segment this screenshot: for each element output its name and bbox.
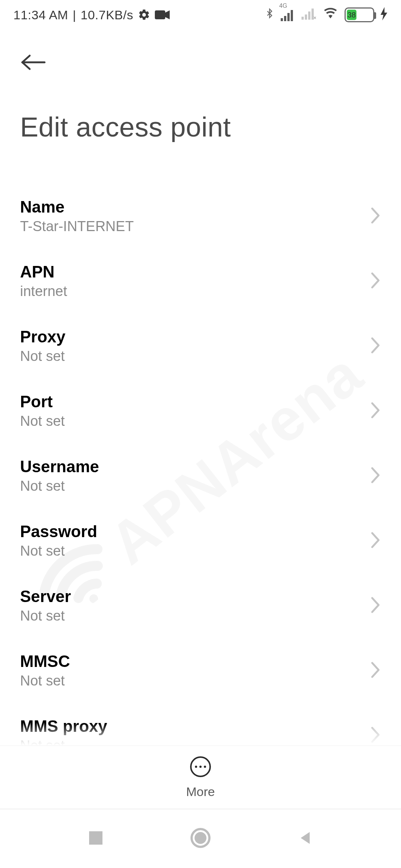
setting-row-password[interactable]: Password Not set — [0, 508, 401, 573]
setting-label: MMSC — [20, 652, 362, 671]
status-bar: 11:34 AM | 10.7KB/s 4G × 38 — [0, 0, 401, 30]
setting-label: Server — [20, 587, 362, 606]
signal-4g-icon: 4G — [281, 9, 296, 21]
battery-cap — [374, 12, 376, 19]
status-time: 11:34 AM — [13, 8, 68, 22]
svg-point-18 — [195, 832, 206, 844]
chevron-right-icon — [370, 661, 381, 680]
page-title: Edit access point — [20, 111, 381, 143]
svg-rect-6 — [305, 14, 307, 20]
more-button[interactable]: More — [186, 756, 215, 799]
svg-text:×: × — [313, 15, 316, 20]
nav-back-button[interactable] — [297, 830, 313, 848]
gear-icon — [138, 9, 150, 21]
svg-point-14 — [199, 766, 202, 768]
wifi-icon — [322, 7, 339, 23]
setting-label: Name — [20, 198, 362, 216]
setting-row-server[interactable]: Server Not set — [0, 573, 401, 638]
battery-icon: 38 — [345, 7, 374, 22]
setting-row-mmsc[interactable]: MMSC Not set — [0, 638, 401, 703]
nav-home-button[interactable] — [190, 828, 211, 850]
setting-value: Not set — [20, 413, 362, 429]
chevron-right-icon — [370, 531, 381, 550]
setting-value: Not set — [20, 348, 362, 364]
bluetooth-icon — [264, 6, 275, 24]
status-right: 4G × 38 — [264, 6, 388, 24]
svg-point-13 — [195, 766, 197, 768]
setting-value: Not set — [20, 478, 362, 494]
setting-label: Proxy — [20, 328, 362, 346]
back-button[interactable] — [20, 48, 50, 78]
chevron-right-icon — [370, 207, 381, 226]
setting-label: APN — [20, 263, 362, 281]
setting-label: MMS proxy — [20, 717, 362, 736]
chevron-right-icon — [370, 726, 381, 745]
setting-row-proxy[interactable]: Proxy Not set — [0, 313, 401, 378]
camera-icon — [155, 10, 170, 20]
setting-row-name[interactable]: Name T-Star-INTERNET — [0, 184, 401, 249]
setting-value: T-Star-INTERNET — [20, 218, 362, 234]
svg-rect-1 — [281, 18, 283, 21]
arrow-left-icon — [20, 53, 47, 73]
signal-nosim-icon: × — [301, 7, 316, 23]
setting-value: Not set — [20, 543, 362, 559]
status-left: 11:34 AM | 10.7KB/s — [13, 8, 170, 22]
settings-list: Name T-Star-INTERNET APN internet Proxy … — [0, 184, 401, 768]
svg-rect-4 — [291, 10, 293, 21]
chevron-right-icon — [370, 596, 381, 615]
network-label: 4G — [279, 3, 287, 9]
action-bar: More — [0, 746, 401, 809]
nav-bar — [0, 809, 401, 868]
setting-row-port[interactable]: Port Not set — [0, 378, 401, 443]
charging-bolt-icon — [380, 7, 388, 23]
setting-value: Not set — [20, 608, 362, 624]
svg-rect-16 — [89, 831, 102, 845]
header: Edit access point — [0, 30, 401, 143]
setting-row-username[interactable]: Username Not set — [0, 443, 401, 508]
svg-rect-5 — [301, 17, 304, 20]
svg-rect-2 — [284, 16, 286, 21]
setting-value: Not set — [20, 673, 362, 689]
setting-label: Port — [20, 392, 362, 411]
battery-level: 38 — [347, 10, 356, 20]
chevron-right-icon — [370, 401, 381, 421]
svg-rect-3 — [287, 13, 290, 21]
status-speed: 10.7KB/s — [81, 8, 133, 22]
chevron-right-icon — [370, 272, 381, 291]
setting-label: Password — [20, 522, 362, 541]
nav-recents-button[interactable] — [88, 830, 104, 848]
svg-rect-0 — [155, 10, 165, 19]
setting-label: Username — [20, 457, 362, 476]
setting-value: internet — [20, 283, 362, 299]
setting-row-apn[interactable]: APN internet — [0, 249, 401, 313]
more-label: More — [186, 785, 215, 799]
more-icon — [189, 756, 212, 779]
chevron-right-icon — [370, 336, 381, 356]
status-separator: | — [73, 8, 76, 22]
svg-point-15 — [204, 766, 206, 768]
chevron-right-icon — [370, 466, 381, 486]
svg-rect-7 — [308, 11, 310, 20]
